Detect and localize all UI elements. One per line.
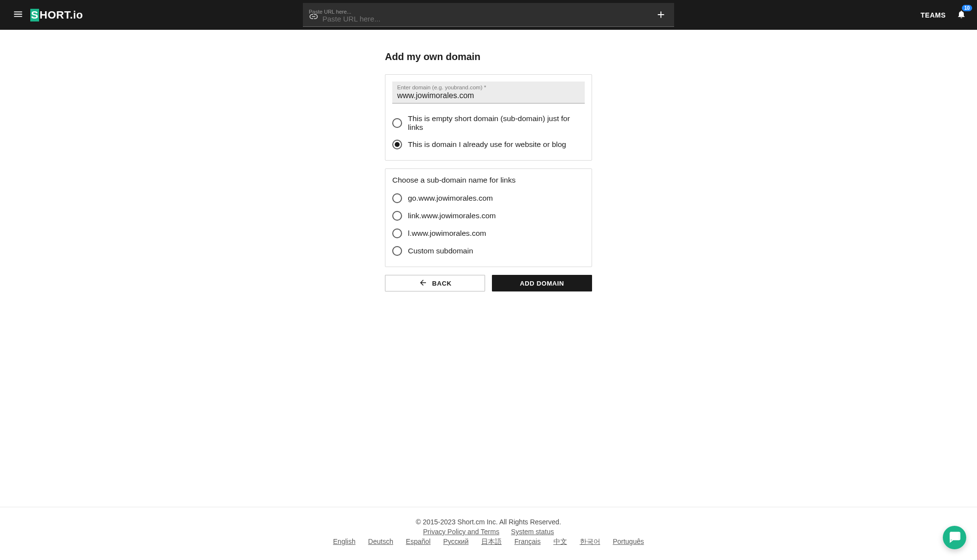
- hamburger-icon: [13, 9, 23, 21]
- main-content: Add my own domain Enter domain (e.g. you…: [0, 30, 977, 507]
- lang-de[interactable]: Deutsch: [368, 538, 393, 545]
- page-title: Add my own domain: [385, 51, 592, 62]
- url-shortener-bar: Paste URL here...: [303, 3, 674, 27]
- url-input[interactable]: [308, 8, 653, 23]
- domain-input[interactable]: [397, 90, 580, 101]
- logo-text: HORT.io: [40, 9, 83, 21]
- teams-button[interactable]: TEAMS: [921, 11, 946, 19]
- page-footer: © 2015-2023 Short.cm Inc. All Rights Res…: [0, 507, 977, 560]
- notifications-button[interactable]: 10: [955, 7, 968, 23]
- domain-text-field[interactable]: Enter domain (e.g. youbrand.com) *: [392, 82, 585, 104]
- subdomain-option-link[interactable]: link.www.jowimorales.com: [392, 207, 585, 225]
- lang-fr[interactable]: Français: [514, 538, 541, 545]
- notification-badge: 10: [962, 5, 972, 11]
- link-icon: [309, 12, 319, 23]
- radio-label: link.www.jowimorales.com: [408, 211, 496, 220]
- add-domain-button[interactable]: ADD DOMAIN: [492, 275, 592, 291]
- plus-icon: [656, 14, 666, 21]
- subdomain-option-custom[interactable]: Custom subdomain: [392, 242, 585, 260]
- domain-type-option-empty[interactable]: This is empty short domain (sub-domain) …: [392, 110, 585, 136]
- add-domain-button-label: ADD DOMAIN: [520, 280, 564, 287]
- radio-label: Custom subdomain: [408, 247, 473, 255]
- lang-en[interactable]: English: [333, 538, 356, 545]
- radio-icon: [392, 228, 402, 238]
- radio-label: go.www.jowimorales.com: [408, 194, 493, 203]
- system-status-link[interactable]: System status: [511, 528, 554, 536]
- arrow-left-icon: [419, 278, 427, 289]
- chat-icon: [948, 530, 961, 545]
- radio-icon: [392, 118, 402, 128]
- radio-icon: [392, 193, 402, 203]
- subdomain-card: Choose a sub-domain name for links go.ww…: [385, 168, 592, 267]
- lang-ja[interactable]: 日本語: [481, 538, 502, 545]
- copyright-text: © 2015-2023 Short.cm Inc. All Rights Res…: [0, 518, 977, 526]
- language-links: English Deutsch Español Русский 日本語 Fran…: [0, 538, 977, 546]
- domain-field-label: Enter domain (e.g. youbrand.com) *: [397, 84, 580, 90]
- subdomain-option-l[interactable]: l.www.jowimorales.com: [392, 225, 585, 242]
- radio-label: l.www.jowimorales.com: [408, 229, 486, 238]
- subdomain-group-title: Choose a sub-domain name for links: [392, 176, 585, 185]
- lang-es[interactable]: Español: [406, 538, 431, 545]
- subdomain-option-go[interactable]: go.www.jowimorales.com: [392, 189, 585, 207]
- lang-pt[interactable]: Português: [613, 538, 644, 545]
- svg-rect-0: [950, 532, 959, 539]
- bell-icon: [956, 12, 966, 21]
- radio-label: This is domain I already use for website…: [408, 140, 566, 149]
- action-buttons: BACK ADD DOMAIN: [385, 275, 592, 291]
- back-button[interactable]: BACK: [385, 275, 485, 291]
- radio-label: This is empty short domain (sub-domain) …: [408, 114, 585, 132]
- lang-zh[interactable]: 中文: [553, 538, 567, 545]
- radio-icon: [392, 246, 402, 256]
- app-logo[interactable]: SHORT.io: [30, 9, 83, 21]
- menu-button[interactable]: [9, 5, 27, 25]
- logo-mark: S: [30, 9, 39, 21]
- intercom-chat-button[interactable]: [943, 526, 966, 549]
- radio-icon: [392, 140, 402, 149]
- radio-icon: [392, 211, 402, 221]
- app-header: SHORT.io Paste URL here... TEAMS 10: [0, 0, 977, 30]
- back-button-label: BACK: [432, 280, 452, 287]
- domain-type-option-existing[interactable]: This is domain I already use for website…: [392, 136, 585, 153]
- privacy-link[interactable]: Privacy Policy and Terms: [423, 528, 499, 536]
- lang-ko[interactable]: 한국어: [580, 538, 600, 545]
- create-link-button[interactable]: [653, 6, 669, 24]
- domain-input-card: Enter domain (e.g. youbrand.com) * This …: [385, 74, 592, 161]
- lang-ru[interactable]: Русский: [443, 538, 468, 545]
